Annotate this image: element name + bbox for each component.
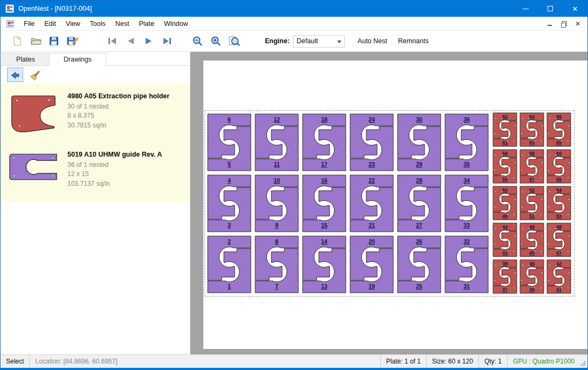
last-arrow-icon [162, 37, 173, 45]
drill-hole [305, 214, 306, 216]
drawing-item[interactable]: 5019 A10 UHMW guide Rev. A 36 of 1 neste… [4, 146, 188, 192]
nest-cell[interactable]: 2827 [395, 173, 443, 234]
zoom-fit-button[interactable] [225, 32, 243, 50]
drill-hole [210, 275, 211, 277]
nest-cell[interactable]: 4443 [491, 221, 518, 258]
nest-cell[interactable]: 5655 [491, 148, 518, 185]
drill-hole [494, 280, 496, 281]
nest-cell[interactable]: 3837 [491, 258, 518, 295]
part-number: 21 [368, 222, 375, 228]
nest-cell[interactable]: 2423 [348, 112, 395, 173]
minimize-button[interactable] [513, 1, 538, 17]
mdi-restore-button[interactable] [557, 18, 570, 29]
open-button[interactable] [26, 32, 45, 50]
part-number: 63 [529, 140, 535, 145]
new-button[interactable] [8, 32, 26, 50]
clean-button[interactable] [28, 68, 44, 82]
menu-edit[interactable]: Edit [39, 17, 61, 30]
nest-cell[interactable]: 1615 [300, 173, 348, 234]
drill-hole [485, 252, 487, 254]
drawing-item[interactable]: 4980 A05 Extraction pipe holder 30 of 1 … [4, 88, 188, 138]
save-as-icon [66, 36, 78, 46]
nest-cell[interactable]: 6261 [491, 111, 518, 148]
nest-cell[interactable]: 5857 [518, 148, 545, 185]
status-plate: Plate: 1 of 1 [380, 355, 426, 368]
nest-cell[interactable]: 65 [206, 112, 253, 173]
nest-cell[interactable]: 5251 [518, 185, 545, 221]
drill-hole [352, 153, 354, 155]
drill-hole [354, 245, 355, 246]
move-part-button[interactable] [7, 68, 23, 82]
drill-hole [485, 266, 487, 268]
nest-cell[interactable]: 4039 [518, 258, 545, 295]
part-number: 23 [368, 161, 375, 167]
part-number: 35 [463, 161, 470, 167]
zoom-out-button[interactable] [188, 32, 207, 50]
drill-hole [514, 140, 515, 142]
last-plate-button[interactable] [158, 32, 176, 50]
nest-cell[interactable]: 2221 [348, 173, 395, 234]
menu-file[interactable]: File [19, 17, 39, 30]
nest-cell[interactable]: 5049 [491, 185, 518, 221]
nest-cell[interactable]: 1817 [300, 112, 348, 173]
auto-nest-button[interactable]: Auto Nest [352, 33, 393, 49]
nest-cell[interactable]: 2019 [348, 234, 395, 295]
resize-grip-icon[interactable] [580, 355, 587, 368]
nest-cell[interactable]: 3635 [443, 112, 490, 173]
tab-plates[interactable]: Plates [2, 53, 50, 66]
nest-cell[interactable]: 21 [206, 234, 253, 295]
nest-cell[interactable]: 1211 [253, 112, 300, 173]
drill-hole [400, 200, 401, 202]
zoom-in-button[interactable] [207, 32, 225, 50]
nest-cell[interactable]: 6665 [545, 111, 572, 148]
maximize-button[interactable] [538, 1, 563, 17]
drill-hole [305, 139, 306, 141]
drill-hole [494, 243, 496, 245]
nest-cell[interactable]: 3231 [443, 234, 490, 295]
nest-cell[interactable]: 1413 [300, 234, 348, 295]
save-as-button[interactable] [63, 32, 81, 50]
save-button[interactable] [45, 32, 63, 50]
nest-canvas[interactable]: 6512111817242330293635431091615222128273… [190, 52, 587, 354]
menu-tools[interactable]: Tools [85, 17, 111, 30]
drill-hole [485, 130, 487, 132]
drill-hole [257, 261, 259, 263]
remnants-button[interactable]: Remnants [393, 33, 434, 49]
nest-cell[interactable]: 6059 [545, 148, 572, 185]
engine-select[interactable]: Default [293, 35, 345, 48]
nest-cell[interactable]: 109 [253, 173, 300, 234]
nest-cell[interactable]: 2625 [395, 234, 443, 295]
status-bar: Select Location: [84.8696, 60.6957] Plat… [1, 354, 587, 368]
mdi-close-button[interactable]: ✕ [571, 18, 584, 29]
nest-cell[interactable]: 4241 [545, 258, 572, 295]
menu-plate[interactable]: Plate [134, 17, 159, 30]
status-size: Size: 60 x 120 [426, 355, 478, 368]
menu-window[interactable]: Window [159, 17, 193, 30]
nest-cell[interactable]: 5453 [545, 185, 572, 221]
nest-cell[interactable]: 3433 [443, 173, 490, 234]
nest-cell[interactable]: 87 [253, 234, 300, 295]
previous-plate-button[interactable] [121, 32, 140, 50]
part-number: 51 [529, 213, 535, 219]
first-plate-button[interactable] [103, 32, 121, 50]
nest-cell[interactable]: 6463 [518, 111, 545, 148]
menu-nest[interactable]: Nest [111, 17, 134, 30]
tab-drawings[interactable]: Drawings [49, 53, 106, 66]
nest-cell[interactable]: 3029 [395, 112, 443, 173]
menu-view[interactable]: View [61, 17, 85, 30]
nest-cell[interactable]: 4847 [545, 221, 572, 258]
drill-hole [293, 283, 295, 285]
plate[interactable]: 6512111817242330293635431091615222128273… [204, 110, 575, 297]
drill-hole [494, 206, 496, 208]
part-number: 12 [274, 116, 280, 123]
next-plate-button[interactable] [140, 32, 158, 50]
close-button[interactable]: ✕ [563, 1, 587, 17]
drill-hole [541, 214, 542, 216]
nest-cell[interactable]: 43 [206, 173, 253, 234]
mdi-minimize-button[interactable] [543, 18, 556, 29]
zoom-out-icon [192, 36, 203, 46]
part-number: 8 [275, 238, 278, 245]
nest-cell[interactable]: 4645 [518, 221, 545, 258]
drill-hole [569, 125, 570, 127]
save-floppy-icon [49, 36, 59, 46]
